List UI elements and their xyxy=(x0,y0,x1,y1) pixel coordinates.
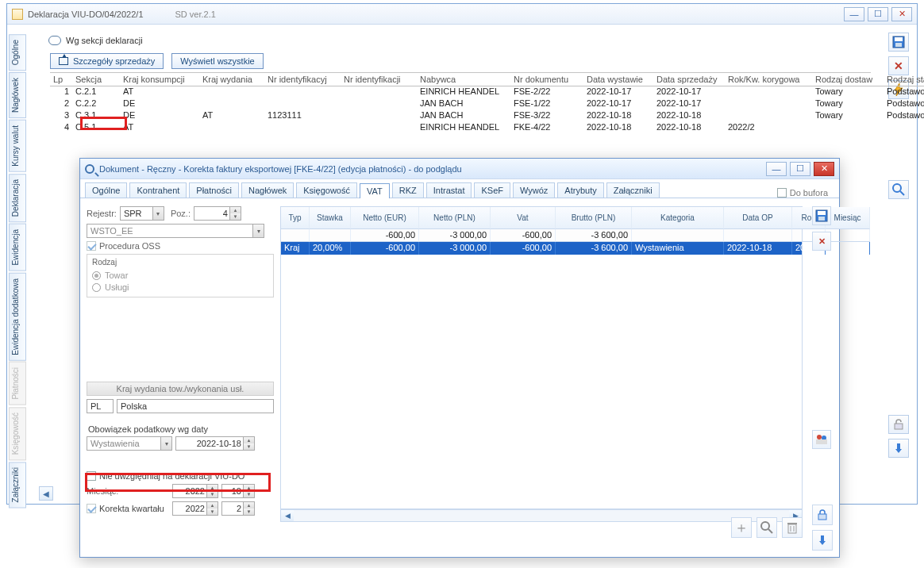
radio-uslugi[interactable] xyxy=(92,283,101,292)
svg-rect-6 xyxy=(895,424,903,429)
rodzaj-group: Rodzaj Towar Usługi xyxy=(87,254,274,297)
kraj-code-combo[interactable]: PL xyxy=(87,399,114,413)
svg-rect-22 xyxy=(821,535,824,541)
vat-grid-header: TypStawkaNetto (EUR)Netto (PLN)VatBrutto… xyxy=(281,207,802,229)
tab-atrybuty[interactable]: Atrybuty xyxy=(557,182,603,198)
do-bufora-checkbox[interactable] xyxy=(777,188,787,198)
sidetab-kursy[interactable]: Kursy walut xyxy=(9,120,26,172)
details-button-label: Szczegóły sprzedaży xyxy=(73,56,155,66)
svg-point-12 xyxy=(817,435,822,439)
outer-title: Deklaracja VIU-DO/04/2022/1 xyxy=(28,10,144,19)
table-row[interactable]: 2C.2.2DEJAN BACHFSE-1/222022-10-172022-1… xyxy=(50,98,871,110)
modal-minimize-button[interactable]: — xyxy=(766,162,787,176)
pin-icon[interactable] xyxy=(812,530,833,551)
modal-maximize-button[interactable]: ☐ xyxy=(790,162,810,176)
korekta-q-input[interactable]: 2▲▼ xyxy=(221,501,255,516)
poz-label: Poz.: xyxy=(171,209,191,218)
sidetab-naglowek[interactable]: Nagłówek xyxy=(9,72,26,118)
ob-podatk-label: Obowiązek podatkowy wg daty xyxy=(88,424,274,434)
svg-rect-7 xyxy=(897,443,900,449)
tab-intrastat[interactable]: Intrastat xyxy=(426,182,472,198)
grid-hscroll[interactable]: ◀ ▶ xyxy=(280,509,803,522)
modal-save-icon[interactable] xyxy=(812,206,831,225)
show-all-button[interactable]: Wyświetl wszystkie xyxy=(171,53,263,69)
highlight-korekta-kwartalu xyxy=(85,473,271,492)
tab-wywoz[interactable]: Wywóz xyxy=(513,182,555,198)
sidetab-ksiegowosc[interactable]: Księgowość xyxy=(9,407,26,460)
tab-vat[interactable]: VAT xyxy=(360,183,390,198)
rejestr-combo[interactable]: SPR▾ xyxy=(120,206,164,221)
svg-line-5 xyxy=(900,191,904,195)
tab-zalaczniki[interactable]: Załączniki xyxy=(606,182,660,198)
tab-platnosci[interactable]: Płatności xyxy=(189,182,239,198)
vat-form-left: Rejestr: SPR▾ Poz.: 4▲▼ WSTO_EE▾ Procedu… xyxy=(87,206,274,519)
section-header: Wg sekcji deklaracji xyxy=(39,29,882,53)
tab-ksef[interactable]: KSeF xyxy=(474,182,510,198)
sidetab-platnosci[interactable]: Płatności xyxy=(9,362,26,405)
lock-icon[interactable] xyxy=(812,505,833,525)
vat-grid-row-selected[interactable]: Kraj20,00%-600,00-3 000,00-600,00-3 600,… xyxy=(281,242,802,255)
modal-right-icons: ✕ xyxy=(812,206,833,449)
people-icon[interactable] xyxy=(812,430,831,449)
document-modal: Dokument - Ręczny - Korekta faktury eksp… xyxy=(79,158,840,558)
modal-cancel-icon[interactable]: ✕ xyxy=(812,232,831,251)
highlight-sekcja-c51 xyxy=(80,117,127,130)
maximize-button[interactable]: ☐ xyxy=(868,7,888,21)
sidetab-ewidencja-dod[interactable]: Ewidencja dodatkowa xyxy=(9,273,26,361)
outer-titlebar: Deklaracja VIU-DO/04/2022/1 SD ver.2.1 —… xyxy=(7,4,917,25)
do-bufora-label: Do bufora xyxy=(790,188,828,198)
tab-naglowek[interactable]: Nagłówek xyxy=(241,182,294,198)
svg-line-16 xyxy=(768,529,772,533)
outer-table: LpSekcjaKraj konsumpcjiKraj wydaniaNr id… xyxy=(50,72,871,134)
sidetab-ogolne[interactable]: Ogólne xyxy=(9,34,26,71)
poz-input[interactable]: 4▲▼ xyxy=(194,206,241,221)
minimize-button[interactable]: — xyxy=(844,7,864,21)
kraj-name-combo[interactable]: Polska xyxy=(117,399,274,413)
rodzaj-title: Rodzaj xyxy=(92,258,268,267)
table-row[interactable]: 1C.2.1ATEINRICH HEANDELFSE-2/222022-10-1… xyxy=(50,86,871,98)
kraj-header: Kraj wydania tow./wykonania usł. xyxy=(87,382,274,396)
do-bufora-wrapper: Do bufora xyxy=(777,188,834,198)
oss-checkbox[interactable] xyxy=(87,241,96,251)
eye-icon xyxy=(48,36,61,45)
scroll-left-button[interactable]: ◀ xyxy=(39,486,53,501)
korekta-checkbox[interactable] xyxy=(87,504,96,513)
pin-icon[interactable] xyxy=(888,439,909,458)
table-row[interactable]: 4C.5.1ATEINRICH HEANDELFKE-4/222022-10-1… xyxy=(50,122,871,134)
svg-marker-23 xyxy=(819,541,826,545)
side-tabs: Ogólne Nagłówek Kursy walut Deklaracja E… xyxy=(9,34,26,509)
modal-close-button[interactable]: ✕ xyxy=(814,162,834,176)
modal-footer-icons: ＋ xyxy=(731,505,833,551)
tab-rkz[interactable]: RKZ xyxy=(392,182,424,198)
scroll-left-icon[interactable]: ◀ xyxy=(281,510,294,521)
svg-point-15 xyxy=(761,522,769,530)
rejestr-label: Rejestr: xyxy=(87,209,117,218)
svg-rect-21 xyxy=(818,514,826,520)
unlock-icon[interactable] xyxy=(888,415,909,434)
korekta-rok-input[interactable]: 2022▲▼ xyxy=(172,501,218,516)
modal-titlebar: Dokument - Ręczny - Korekta faktury eksp… xyxy=(80,159,839,179)
save-icon[interactable] xyxy=(888,33,909,52)
magnifier-icon xyxy=(85,164,94,174)
wsto-combo[interactable]: WSTO_EE▾ xyxy=(87,224,264,238)
tab-ogolne[interactable]: Ogólne xyxy=(85,182,127,198)
tab-kontrahent[interactable]: Kontrahent xyxy=(129,182,187,198)
sidetab-zalaczniki[interactable]: Załączniki xyxy=(9,462,26,508)
table-row[interactable]: 3C.3.1DEAT1123111JAN BACHFSE-3/222022-10… xyxy=(50,110,871,122)
document-icon xyxy=(12,9,23,20)
sidetab-deklaracja[interactable]: Deklaracja xyxy=(9,174,26,222)
radio-uslugi-label: Usługi xyxy=(105,282,129,292)
add-icon[interactable]: ＋ xyxy=(731,517,752,538)
delete-icon[interactable] xyxy=(782,517,803,538)
zoom-icon[interactable] xyxy=(757,517,777,538)
sidetab-ewidencja[interactable]: Ewidencja xyxy=(9,224,26,271)
svg-rect-11 xyxy=(818,217,825,221)
ob-date-input[interactable]: 2022-10-18▲▼ xyxy=(175,436,255,451)
tab-ksiegowosc[interactable]: Księgowość xyxy=(296,182,357,198)
magnifier-icon[interactable] xyxy=(888,180,909,199)
details-button[interactable]: Szczegóły sprzedaży xyxy=(50,53,164,69)
close-button[interactable]: ✕ xyxy=(891,7,912,21)
ob-combo[interactable]: Wystawienia▾ xyxy=(87,436,172,451)
radio-towar-label: Towar xyxy=(105,271,128,280)
radio-towar[interactable] xyxy=(92,271,101,280)
